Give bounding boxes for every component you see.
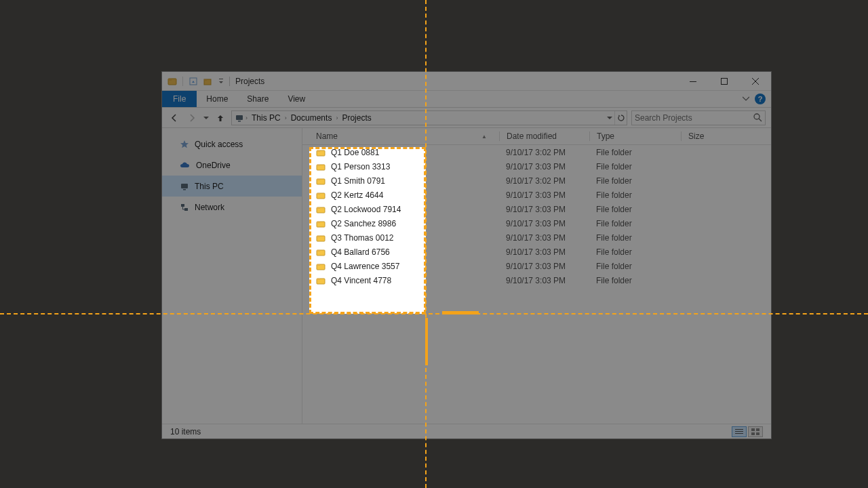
- folder-icon: [316, 190, 326, 200]
- navitem-quick-access[interactable]: Quick access: [162, 134, 302, 155]
- status-item-count: 10 items: [170, 427, 201, 436]
- file-name: Q2 Lockwood 7914: [331, 205, 401, 214]
- folder-icon: [316, 262, 326, 271]
- search-icon: [753, 113, 762, 124]
- ribbon-expand-icon[interactable]: [743, 94, 749, 104]
- file-row[interactable]: Q4 Lawrence 35579/10/17 3:03 PMFile fold…: [302, 259, 771, 273]
- refresh-button[interactable]: [614, 111, 627, 125]
- navigation-bar: › This PC › Documents › Projects Search …: [162, 108, 771, 128]
- navitem-label: Network: [195, 203, 224, 212]
- navitem-label: OneDrive: [196, 161, 231, 170]
- file-row[interactable]: Q1 Person 33139/10/17 3:03 PMFile folder: [302, 159, 771, 174]
- svg-rect-13: [183, 189, 186, 190]
- file-name: Q4 Lawrence 3557: [331, 262, 399, 271]
- tab-share[interactable]: Share: [237, 91, 278, 107]
- file-row[interactable]: Q4 Ballard 67569/10/17 3:03 PMFile folde…: [302, 245, 771, 259]
- file-type: File folder: [589, 205, 680, 214]
- svg-rect-21: [317, 179, 320, 180]
- breadcrumb-this-pc[interactable]: This PC: [249, 113, 283, 123]
- svg-rect-5: [219, 79, 223, 79]
- view-large-icons-button[interactable]: [748, 426, 763, 437]
- svg-rect-17: [317, 150, 320, 152]
- close-button[interactable]: [740, 72, 771, 90]
- tab-home[interactable]: Home: [197, 91, 237, 107]
- help-icon[interactable]: ?: [755, 94, 766, 104]
- navitem-onedrive[interactable]: OneDrive: [162, 155, 302, 176]
- folder-icon: [316, 176, 326, 186]
- svg-rect-29: [317, 236, 320, 237]
- navigation-pane: Quick access OneDrive This PC Network: [162, 128, 302, 424]
- file-row[interactable]: Q4 Vincent 47789/10/17 3:03 PMFile folde…: [302, 273, 771, 287]
- svg-rect-14: [181, 204, 184, 207]
- svg-rect-40: [756, 428, 760, 431]
- view-details-button[interactable]: [732, 426, 747, 437]
- svg-rect-4: [204, 79, 207, 81]
- folder-icon: [316, 205, 326, 214]
- file-type: File folder: [589, 190, 680, 200]
- file-type: File folder: [589, 233, 680, 243]
- address-bar[interactable]: › This PC › Documents › Projects: [231, 110, 627, 125]
- svg-rect-1: [168, 79, 172, 81]
- navitem-label: This PC: [195, 182, 224, 191]
- file-rows: Q1 Doe 08819/10/17 3:02 PMFile folderQ1 …: [302, 145, 771, 424]
- file-type: File folder: [589, 176, 680, 186]
- folder-icon: [316, 148, 326, 157]
- file-date: 9/10/17 3:03 PM: [499, 233, 589, 243]
- status-bar: 10 items: [162, 424, 771, 439]
- column-header-size[interactable]: Size: [682, 131, 771, 141]
- tab-view[interactable]: View: [278, 91, 315, 107]
- file-type: File folder: [589, 219, 680, 228]
- search-placeholder: Search Projects: [635, 113, 692, 123]
- svg-rect-12: [181, 184, 188, 188]
- svg-rect-8: [236, 115, 243, 120]
- file-row[interactable]: Q2 Kertz 46449/10/17 3:03 PMFile folder: [302, 188, 771, 202]
- file-row[interactable]: Q1 Doe 08819/10/17 3:02 PMFile folder: [302, 145, 771, 159]
- search-input[interactable]: Search Projects: [631, 110, 766, 125]
- file-date: 9/10/17 3:03 PM: [499, 190, 589, 200]
- nav-recent-button[interactable]: [203, 111, 210, 125]
- svg-rect-35: [317, 279, 320, 280]
- navitem-network[interactable]: Network: [162, 197, 302, 218]
- svg-rect-6: [690, 81, 696, 82]
- nav-forward-button[interactable]: [185, 111, 199, 125]
- file-row[interactable]: Q1 Smith 07919/10/17 3:02 PMFile folder: [302, 174, 771, 188]
- file-type: File folder: [589, 276, 680, 285]
- svg-rect-19: [317, 165, 320, 166]
- svg-rect-37: [735, 431, 743, 432]
- chevron-right-icon: ›: [336, 115, 338, 121]
- maximize-button[interactable]: [709, 72, 740, 90]
- list-icon: [735, 428, 743, 435]
- address-dropdown-icon[interactable]: [605, 111, 614, 125]
- ribbon-tabs: File Home Share View ?: [162, 91, 771, 108]
- minimize-button[interactable]: [677, 72, 709, 90]
- breadcrumb-documents[interactable]: Documents: [288, 113, 335, 123]
- column-header-date[interactable]: Date modified: [500, 131, 589, 141]
- tab-file[interactable]: File: [162, 91, 197, 107]
- file-row[interactable]: Q3 Thomas 00129/10/17 3:03 PMFile folder: [302, 230, 771, 245]
- svg-rect-15: [184, 208, 188, 211]
- file-type: File folder: [589, 262, 680, 271]
- column-header-type[interactable]: Type: [590, 131, 681, 141]
- thumbnails-icon: [751, 428, 760, 435]
- file-name: Q2 Sanchez 8986: [331, 219, 396, 228]
- file-row[interactable]: Q2 Lockwood 79149/10/17 3:03 PMFile fold…: [302, 202, 771, 216]
- folder-icon: [316, 233, 326, 243]
- file-date: 9/10/17 3:03 PM: [499, 162, 589, 171]
- qat-customize-icon[interactable]: [218, 77, 224, 86]
- svg-rect-42: [756, 432, 760, 435]
- nav-up-button[interactable]: [214, 111, 227, 125]
- properties-icon[interactable]: [189, 77, 198, 86]
- explorer-body: Quick access OneDrive This PC Network Na…: [162, 128, 771, 424]
- breadcrumb-projects[interactable]: Projects: [339, 113, 374, 123]
- file-row[interactable]: Q2 Sanchez 89869/10/17 3:03 PMFile folde…: [302, 216, 771, 230]
- svg-point-10: [754, 114, 760, 119]
- column-header-name[interactable]: Name ▲: [302, 131, 499, 141]
- svg-rect-38: [735, 433, 743, 434]
- navitem-this-pc[interactable]: This PC: [162, 176, 302, 197]
- svg-rect-9: [238, 121, 241, 122]
- nav-back-button[interactable]: [167, 111, 181, 125]
- new-folder-icon[interactable]: [203, 77, 213, 86]
- file-name: Q1 Doe 0881: [331, 148, 379, 157]
- pc-icon: [235, 113, 244, 123]
- file-date: 9/10/17 3:03 PM: [499, 262, 589, 271]
